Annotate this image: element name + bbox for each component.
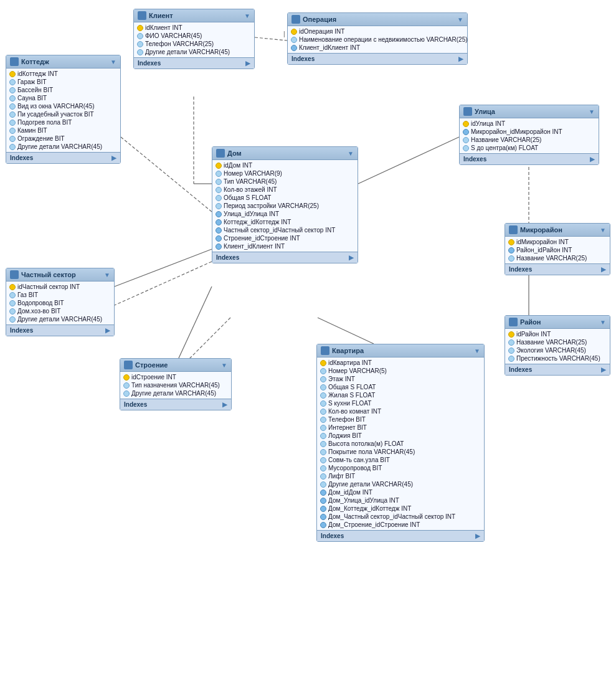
field-row: Жилая S FLOAT [317,391,484,399]
indexes-arrow[interactable]: ▶ [458,55,463,62]
field-row: Подогрев пола BIT [6,118,120,126]
table-indexes-stroenie[interactable]: Indexes▶ [120,399,231,410]
field-text: Клиент_idКлиент INT [224,243,285,250]
indexes-arrow[interactable]: ▶ [245,60,250,67]
field-row: Тип назначения VARCHAR(45) [120,381,231,389]
table-dropdown-dom[interactable]: ▼ [348,150,354,157]
table-icon-client [138,11,146,20]
field-text: Интернет BIT [328,424,367,431]
table-indexes-client[interactable]: Indexes▶ [134,57,254,69]
field-text: idЧастный сектор INT [17,283,80,290]
table-icon-stroenie [124,361,133,369]
field-text: Высота потолка(м) FLOAT [328,440,404,447]
table-indexes-private_sector[interactable]: Indexes▶ [6,324,114,336]
table-indexes-kvartira[interactable]: Indexes▶ [317,530,484,541]
table-header-raion[interactable]: Район▼ [505,316,610,329]
field-text: Улица_idУлица INT [224,211,279,217]
field-text: idКоттедж INT [17,70,58,77]
field-row: Интернет BIT [317,424,484,432]
field-icon-regular [9,144,16,150]
svg-line-5 [358,137,459,184]
field-icon-fk [508,247,514,253]
field-icon-regular [216,203,222,209]
table-dropdown-microraion[interactable]: ▼ [600,227,606,234]
field-icon-regular [508,339,514,346]
indexes-label: Indexes [463,156,486,163]
svg-line-0 [255,37,287,40]
field-text: Строение_idСтроение INT [224,235,300,242]
table-indexes-cottage[interactable]: Indexes▶ [6,152,120,163]
field-row: Гараж BIT [6,78,120,86]
table-dropdown-client[interactable]: ▼ [244,12,250,19]
table-header-operation[interactable]: Операция▼ [288,13,467,26]
indexes-arrow[interactable]: ▶ [601,366,606,373]
field-row: Пи усадебный участок BIT [6,110,120,118]
table-indexes-dom[interactable]: Indexes▶ [212,252,358,263]
table-dropdown-stroenie[interactable]: ▼ [221,362,227,369]
field-row: Покрытие пола VARCHAR(45) [317,448,484,456]
table-header-cottage[interactable]: Коттедж▼ [6,55,120,69]
field-row: Строение_idСтроение INT [212,234,358,242]
table-header-kvartira[interactable]: Квартира▼ [317,344,484,357]
field-row: Номер VARCHAR(9) [212,169,358,178]
field-text: Кол-во этажей INT [224,186,277,193]
table-indexes-raion[interactable]: Indexes▶ [505,364,610,375]
field-text: Другие детали VARCHAR(45) [17,143,102,150]
table-header-street[interactable]: Улица▼ [460,105,599,118]
indexes-arrow[interactable]: ▶ [105,327,110,334]
field-text: idОперация INT [299,28,344,35]
field-icon-regular [137,49,143,55]
field-text: Бассейн BIT [17,87,53,93]
field-icon-regular [216,195,222,201]
table-dropdown-raion[interactable]: ▼ [600,319,606,326]
field-text: Подогрев пола BIT [17,119,72,126]
svg-line-4 [121,137,212,212]
field-text: Жилая S FLOAT [328,392,375,399]
table-dropdown-private_sector[interactable]: ▼ [104,272,110,278]
svg-text:|: | [283,31,285,37]
table-indexes-street[interactable]: Indexes▶ [460,153,599,164]
field-icon-fk [320,514,326,520]
table-header-private_sector[interactable]: Частный сектор▼ [6,268,114,282]
indexes-arrow[interactable]: ▶ [349,254,354,261]
table-indexes-operation[interactable]: Indexes▶ [288,53,467,64]
field-text: Период застройки VARCHAR(25) [224,202,319,209]
field-row: Лоджия BIT [317,432,484,440]
field-row: Другие детали VARCHAR(45) [6,315,114,323]
table-stroenie: Строение▼idСтроение INTТип назначения VA… [120,358,232,410]
field-row: Дом_Коттедж_idКоттедж INT [317,504,484,513]
table-dropdown-operation[interactable]: ▼ [457,16,463,23]
table-icon-cottage [10,57,19,66]
table-header-microraion[interactable]: Микрорайон▼ [505,224,610,237]
field-text: Мусоропровод BIT [328,465,382,471]
field-text: Экология VARCHAR(45) [516,347,586,354]
table-icon-microraion [509,225,518,234]
table-dropdown-street[interactable]: ▼ [589,108,595,115]
indexes-arrow[interactable]: ▶ [475,533,480,539]
table-cottage: Коттедж▼idКоттедж INTГараж BITБассейн BI… [6,55,121,164]
field-icon-fk [320,490,326,496]
field-text: Другие детали VARCHAR(45) [131,390,216,397]
field-text: Дом_idДом INT [328,489,372,496]
field-row: ФИО VARCHAR(45) [134,32,254,40]
field-row: Телефон BIT [317,415,484,424]
table-dropdown-cottage[interactable]: ▼ [110,59,116,65]
field-text: Название VARCHAR(25) [516,339,587,346]
table-header-stroenie[interactable]: Строение▼ [120,359,231,372]
field-text: Ограждение BIT [17,135,65,142]
svg-line-12 [174,286,212,367]
indexes-arrow[interactable]: ▶ [222,401,227,408]
indexes-arrow[interactable]: ▶ [590,156,595,163]
field-row: Кол-во комнат INT [317,407,484,415]
table-dropdown-kvartira[interactable]: ▼ [474,348,480,354]
field-row: idСтроение INT [120,373,231,381]
field-icon-regular [320,400,326,407]
indexes-arrow[interactable]: ▶ [601,266,606,273]
field-text: idКлиент INT [145,24,182,31]
field-row: Микрорайон_idМикрорайон INT [460,128,599,136]
table-indexes-microraion[interactable]: Indexes▶ [505,263,610,275]
table-header-dom[interactable]: Дом▼ [212,147,358,160]
table-header-client[interactable]: Клиент▼ [134,9,254,22]
indexes-arrow[interactable]: ▶ [111,154,116,161]
table-microraion: Микрорайон▼idМикрорайон INTРайон_idРайон… [505,223,610,275]
